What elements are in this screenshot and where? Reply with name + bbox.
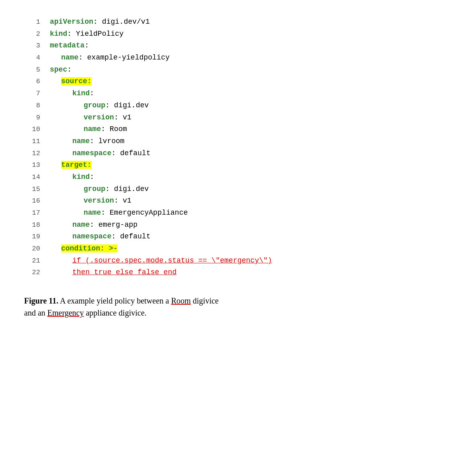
code-line-18: 18 name: emerg-app — [24, 219, 427, 231]
code-line-14: 14 kind: — [24, 171, 427, 183]
line-number-3: 3 — [24, 40, 40, 51]
code-key: spec — [50, 66, 67, 74]
code-content-1: apiVersion: digi.dev/v1 — [50, 16, 427, 28]
code-line-22: 22 then true else false end — [24, 267, 427, 279]
line-number-12: 12 — [24, 148, 40, 159]
code-key: namespace — [72, 149, 111, 157]
code-value: : — [90, 173, 94, 181]
line-number-7: 7 — [24, 88, 40, 99]
code-value: : v1 — [114, 113, 131, 121]
code-key: group — [84, 185, 105, 193]
figure-caption: Figure 11. A example yield policy betwee… — [24, 295, 386, 319]
code-value: : — [84, 41, 89, 49]
code-content-13: target: — [61, 159, 427, 171]
caption-label: Figure 11. — [24, 296, 58, 305]
code-value: : Room — [101, 125, 127, 133]
line-number-14: 14 — [24, 172, 40, 183]
code-content-21: if (.source.spec.mode.status == \"emerge… — [72, 255, 427, 267]
code-line-11: 11 name: lvroom — [24, 135, 427, 148]
code-line-2: 2 kind: YieldPolicy — [24, 28, 427, 40]
code-content-16: version: v1 — [84, 195, 427, 207]
code-condition-line1: if (.source.spec.mode.status == \"emerge… — [72, 256, 272, 265]
code-highlight-condition: condition: >- — [61, 244, 117, 252]
caption-text-before: A example yield policy between a — [58, 296, 171, 305]
code-value: : digi.dev — [105, 185, 149, 193]
code-content-10: name: Room — [84, 123, 427, 135]
code-content-14: kind: — [72, 171, 427, 183]
code-value: : digi.dev — [105, 101, 149, 109]
code-line-12: 12 namespace: default — [24, 148, 427, 160]
code-content-4: name: example-yieldpolicy — [61, 52, 427, 64]
line-number-21: 21 — [24, 255, 40, 267]
line-number-16: 16 — [24, 195, 40, 207]
line-number-4: 4 — [24, 52, 40, 64]
code-value: : v1 — [114, 197, 131, 205]
line-number-6: 6 — [24, 76, 40, 87]
code-line-15: 15 group: digi.dev — [24, 183, 427, 195]
code-line-9: 9 version: v1 — [24, 112, 427, 124]
code-highlight-target: target: — [61, 161, 92, 169]
code-key: kind — [50, 30, 67, 38]
code-content-3: metadata: — [50, 40, 427, 52]
code-content-17: name: EmergencyAppliance — [84, 207, 427, 219]
code-key: kind — [72, 173, 90, 181]
code-key: name — [72, 137, 90, 145]
code-value: : — [67, 66, 72, 74]
code-condition-line2: then true else false end — [72, 268, 176, 276]
code-line-1: 1 apiVersion: digi.dev/v1 — [24, 16, 427, 28]
code-value: : default — [111, 232, 150, 240]
line-number-8: 8 — [24, 100, 40, 111]
code-value: : emerg-app — [90, 221, 137, 229]
line-number-10: 10 — [24, 124, 40, 135]
code-content-18: name: emerg-app — [72, 219, 427, 231]
line-number-22: 22 — [24, 267, 40, 278]
code-line-7: 7 kind: — [24, 88, 427, 100]
code-content-15: group: digi.dev — [84, 183, 427, 195]
code-key: kind — [72, 89, 90, 97]
code-line-17: 17 name: EmergencyAppliance — [24, 207, 427, 219]
code-value: : — [90, 89, 94, 97]
code-block: 1 apiVersion: digi.dev/v1 2 kind: YieldP… — [24, 16, 427, 279]
code-key: group — [84, 101, 105, 109]
code-content-12: namespace: default — [72, 148, 427, 160]
code-key: name — [72, 221, 90, 229]
code-value: : digi.dev/v1 — [93, 18, 150, 26]
code-content-22: then true else false end — [72, 267, 427, 279]
code-line-5: 5 spec: — [24, 64, 427, 76]
code-line-8: 8 group: digi.dev — [24, 100, 427, 112]
code-line-20: 20 condition: >- — [24, 243, 427, 255]
code-content-20: condition: >- — [61, 243, 427, 255]
code-value: : EmergencyAppliance — [101, 209, 188, 217]
code-content-2: kind: YieldPolicy — [50, 28, 427, 40]
code-content-6: source: — [61, 76, 427, 88]
line-number-2: 2 — [24, 29, 40, 40]
code-content-8: group: digi.dev — [84, 100, 427, 112]
code-line-4: 4 name: example-yieldpolicy — [24, 52, 427, 64]
line-number-11: 11 — [24, 136, 40, 147]
caption-room-link: Room — [171, 296, 191, 305]
code-key: name — [84, 125, 101, 133]
code-content-11: name: lvroom — [72, 135, 427, 148]
code-value: : lvroom — [90, 137, 124, 145]
line-number-13: 13 — [24, 160, 40, 171]
code-content-19: namespace: default — [72, 231, 427, 243]
code-key: version — [84, 113, 114, 121]
code-line-3: 3 metadata: — [24, 40, 427, 52]
code-content-5: spec: — [50, 64, 427, 76]
line-number-19: 19 — [24, 231, 40, 242]
code-line-13: 13 target: — [24, 159, 427, 171]
code-highlight-source: source: — [61, 77, 92, 85]
code-key: apiVersion — [50, 18, 93, 26]
line-number-9: 9 — [24, 112, 40, 123]
code-value: : default — [111, 149, 150, 157]
code-line-6: 6 source: — [24, 76, 427, 88]
caption-emergency-link: Emergency — [47, 308, 84, 317]
line-number-1: 1 — [24, 16, 40, 28]
line-number-18: 18 — [24, 220, 40, 231]
line-number-5: 5 — [24, 64, 40, 76]
line-number-17: 17 — [24, 207, 40, 219]
code-content-7: kind: — [72, 88, 427, 100]
code-line-16: 16 version: v1 — [24, 195, 427, 207]
line-number-20: 20 — [24, 243, 40, 254]
code-line-10: 10 name: Room — [24, 123, 427, 135]
